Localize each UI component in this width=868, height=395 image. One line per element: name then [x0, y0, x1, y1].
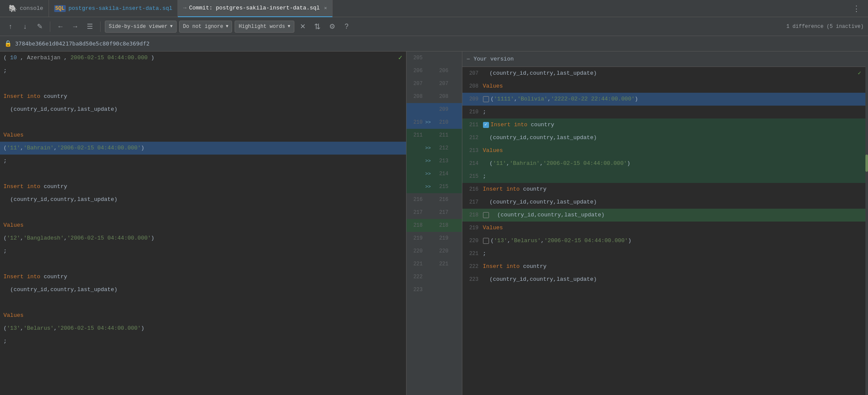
left-line-semi2: ; [0, 245, 406, 258]
right-code-218: (country_id,country,last_update) [491, 209, 605, 222]
gutter-right-211: 211 [434, 132, 451, 138]
gutter-row-206: 206 206 [406, 64, 462, 77]
gutter-right-216: 216 [434, 197, 451, 203]
right-sp-216 [503, 183, 506, 196]
gutter-row-221: 221 221 [406, 258, 462, 270]
left-sp2 [24, 180, 27, 193]
tab-commit[interactable]: → Commit: postgres-sakila-insert-data.sq… [178, 0, 333, 17]
left-line-values3: Values [0, 309, 406, 322]
right-line-222: 222 Insert into country [462, 260, 868, 273]
left-code-206: ; [3, 64, 7, 77]
right-line-210: 210 ; [462, 106, 868, 118]
gutter-right-206: 206 [434, 68, 451, 74]
gutter-left-205: 205 [408, 55, 425, 61]
left-semi3: ; [3, 335, 7, 348]
left-line-empty1 [0, 77, 406, 90]
diff-gutter: 205 206 206 207 207 208 208 [406, 52, 462, 395]
gutter-left-207: 207 [408, 81, 425, 87]
gutter-arrow-210: >> [425, 120, 434, 125]
right-country-222: country [520, 260, 546, 273]
forward-button[interactable]: → [69, 21, 81, 33]
edit-button[interactable]: ✎ [34, 21, 46, 33]
right-checkbox-220[interactable] [483, 238, 489, 244]
left-line-206: ; [0, 64, 406, 77]
left-line-cols3: (country_id,country,last_update) [0, 283, 406, 296]
right-code-209: ('1111','Bolivia','2222-02-22 22:44:00.0… [491, 93, 638, 106]
left-line-bangladesh: ('12','Bangladesh','2006-02-15 04:44:00.… [0, 232, 406, 245]
right-insert-211: Insert [491, 118, 511, 131]
right-insert-222: Insert [483, 260, 503, 273]
ignore-chevron-icon: ▼ [226, 24, 228, 29]
gutter-left-218: 218 [408, 222, 425, 228]
back-button[interactable]: ← [55, 21, 67, 33]
right-linenum-223: 223 [466, 273, 483, 286]
navigate-down-button[interactable]: ↓ [19, 21, 31, 33]
gutter-left-208: 208 [408, 94, 425, 100]
tab-more-button[interactable]: ⋮ [848, 4, 865, 13]
collapse-button[interactable]: − [467, 56, 470, 63]
left-code-panel[interactable]: ( 10 , Azerbaijan , 2006-02-15 04:44:00.… [0, 52, 406, 395]
left-country3: country [40, 270, 67, 283]
gutter-row-215: >> 215 [406, 180, 462, 193]
sync-scroll-button[interactable]: ⇅ [312, 21, 324, 33]
right-checkbox-218[interactable] [483, 212, 489, 218]
right-linenum-210: 210 [466, 106, 483, 118]
left-line-empty3 [0, 167, 406, 180]
right-values-208: Values [483, 80, 503, 93]
tab-close-button[interactable]: ✕ [324, 5, 327, 11]
gutter-left-222: 222 [408, 274, 425, 280]
right-linenum-221: 221 [466, 247, 483, 260]
close-diff-button[interactable]: ✕ [297, 21, 309, 33]
gutter-left-216: 216 [408, 197, 425, 203]
right-linenum-219: 219 [466, 222, 483, 234]
list-button[interactable]: ☰ [84, 21, 96, 33]
right-line-215: 215 ; [462, 170, 868, 183]
navigate-up-button[interactable]: ↑ [4, 21, 16, 33]
right-linenum-218: 218 [466, 209, 483, 222]
left-kw-values2: Values [3, 219, 24, 232]
gutter-row-223: 223 [406, 283, 462, 296]
right-checkbox-211[interactable] [483, 122, 489, 128]
left-line-cols2: (country_id,country,last_update) [0, 193, 406, 206]
right-linenum-222: 222 [466, 260, 483, 273]
tab-console[interactable]: 🐘 console [3, 0, 49, 17]
your-version-title: Your version [474, 56, 514, 62]
right-code-223: (country_id,country,last_update) [483, 273, 597, 286]
left-kw-values3: Values [3, 309, 24, 322]
right-code-220: ('13','Belarus','2006-02-15 04:44:00.000… [491, 234, 632, 247]
gutter-right-217: 217 [434, 210, 451, 216]
tab-sql-file[interactable]: SQL postgres-sakila-insert-data.sql [49, 0, 178, 17]
gutter-arrow-214: >> [425, 171, 434, 176]
gutter-row-208: 208 208 [406, 90, 462, 103]
right-code-210: ; [483, 106, 486, 118]
left-cols3: (country_id,country,last_update) [3, 283, 117, 296]
right-scrollbar[interactable] [865, 52, 868, 395]
highlight-dropdown[interactable]: Highlight words ▼ [235, 21, 294, 33]
help-button[interactable]: ? [341, 21, 353, 33]
tab-bar: 🐘 console SQL postgres-sakila-insert-dat… [0, 0, 868, 17]
gutter-right-220: 220 [434, 248, 451, 254]
left-country2: country [40, 180, 67, 193]
left-cols1: (country_id,country,last_update) [3, 103, 117, 116]
right-linenum-214: 214 [466, 157, 483, 170]
right-checkbox-209[interactable] [483, 96, 489, 102]
right-code-panel[interactable]: 207 (country_id,country,last_update) ✓ 2… [462, 67, 868, 395]
left-line-semi1: ; [0, 155, 406, 167]
right-line-209: 209 ('1111','Bolivia','2222-02-22 22:44:… [462, 93, 868, 106]
right-linenum-212: 212 [466, 131, 483, 144]
right-line-218: 218 (country_id,country,last_update) [462, 209, 868, 222]
left-plain2: country [40, 90, 67, 103]
right-code-217: (country_id,country,last_update) [483, 196, 597, 209]
left-cols2: (country_id,country,last_update) [3, 193, 117, 206]
gutter-right-221: 221 [434, 261, 451, 267]
gutter-row-210: 210 >> 210 [406, 116, 462, 129]
ignore-dropdown[interactable]: Do not ignore ▼ [179, 21, 232, 33]
left-belarus-code: ('13','Belarus','2006-02-15 04:44:00.000… [3, 322, 144, 335]
commit-hash: 3784be366e1d04217ba8d50e5c80f90c8e369df2 [15, 40, 150, 47]
left-bahrain-code: ('11','Bahrain','2006-02-15 04:44:00.000… [3, 142, 144, 155]
viewer-label: Side-by-side viewer [109, 24, 168, 30]
gutter-row-220: 220 220 [406, 245, 462, 258]
right-scroll-thumb[interactable] [865, 155, 868, 172]
viewer-dropdown[interactable]: Side-by-side viewer ▼ [105, 21, 177, 33]
settings-button[interactable]: ⚙ [326, 21, 338, 33]
